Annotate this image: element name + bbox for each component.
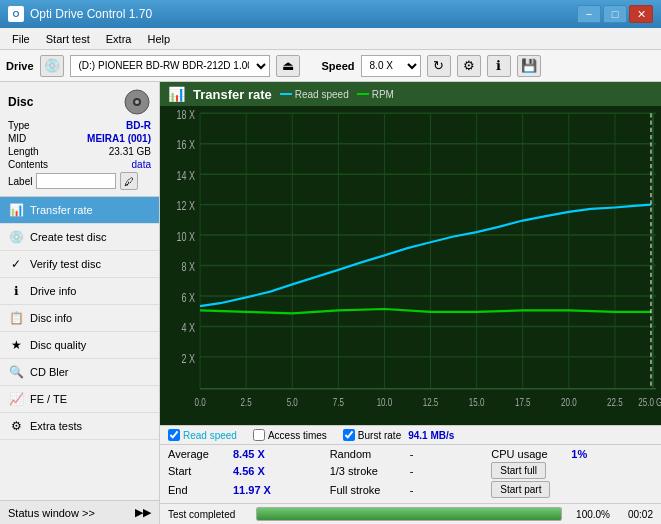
burst-rate-checkbox-label: Burst rate — [358, 430, 401, 441]
start-label: Start — [168, 465, 233, 477]
start-value: 4.56 X — [233, 465, 283, 477]
svg-text:14 X: 14 X — [177, 168, 196, 182]
access-times-checkbox-label: Access times — [268, 430, 327, 441]
nav-create-test-disc[interactable]: 💿 Create test disc — [0, 224, 159, 251]
average-label: Average — [168, 448, 233, 460]
drive-select[interactable]: (D:) PIONEER BD-RW BDR-212D 1.00 — [70, 55, 270, 77]
save-btn[interactable]: 💾 — [517, 55, 541, 77]
disc-label-key: Label — [8, 176, 32, 187]
stat-full-stroke: Full stroke - — [330, 481, 492, 498]
access-times-checkbox[interactable] — [253, 429, 265, 441]
disc-label-row: Label 🖊 — [8, 172, 151, 190]
nav-verify-test-disc-label: Verify test disc — [30, 258, 101, 270]
svg-point-2 — [135, 100, 139, 104]
status-window-label: Status window >> — [8, 507, 95, 519]
svg-text:6 X: 6 X — [182, 290, 196, 304]
progress-percent-label: 100.0% — [570, 509, 610, 520]
svg-text:4 X: 4 X — [182, 321, 196, 335]
start-full-button[interactable]: Start full — [491, 462, 546, 479]
menu-file[interactable]: File — [4, 31, 38, 47]
toolbar: Drive 💿 (D:) PIONEER BD-RW BDR-212D 1.00… — [0, 50, 661, 82]
minimize-button[interactable]: − — [577, 5, 601, 23]
nav-drive-info[interactable]: ℹ Drive info — [0, 278, 159, 305]
info-btn[interactable]: ℹ — [487, 55, 511, 77]
disc-mid-row: MID MEIRA1 (001) — [8, 133, 151, 144]
menubar: File Start test Extra Help — [0, 28, 661, 50]
nav-transfer-rate[interactable]: 📊 Transfer rate — [0, 197, 159, 224]
chart-title: Transfer rate — [193, 87, 272, 102]
nav-disc-info-label: Disc info — [30, 312, 72, 324]
menu-start-test[interactable]: Start test — [38, 31, 98, 47]
status-window-button[interactable]: Status window >> ▶▶ — [0, 500, 159, 524]
nav-disc-info[interactable]: 📋 Disc info — [0, 305, 159, 332]
legend-rpm: RPM — [357, 89, 394, 100]
disc-length-label: Length — [8, 146, 39, 157]
progress-bar-fill — [257, 508, 561, 520]
checkbox-read-speed: Read speed — [168, 429, 237, 441]
start-part-button[interactable]: Start part — [491, 481, 550, 498]
checkboxes-row: Read speed Access times Burst rate 94.1 … — [160, 426, 661, 445]
main: Disc Type BD-R MID MEIRA1 (001) Length — [0, 82, 661, 524]
disc-label-input[interactable] — [36, 173, 116, 189]
legend-read-speed-line — [280, 93, 292, 95]
nav-disc-quality[interactable]: ★ Disc quality — [0, 332, 159, 359]
nav-transfer-rate-label: Transfer rate — [30, 204, 93, 216]
read-speed-checkbox[interactable] — [168, 429, 180, 441]
close-button[interactable]: ✕ — [629, 5, 653, 23]
drive-label: Drive — [6, 60, 34, 72]
random-label: Random — [330, 448, 410, 460]
stat-average: Average 8.45 X — [168, 448, 330, 460]
disc-contents-value: data — [132, 159, 151, 170]
svg-text:10 X: 10 X — [177, 229, 196, 243]
nav-verify-test-disc[interactable]: ✓ Verify test disc — [0, 251, 159, 278]
legend-rpm-label: RPM — [372, 89, 394, 100]
svg-text:12 X: 12 X — [177, 199, 196, 213]
legend-read-speed: Read speed — [280, 89, 349, 100]
svg-text:2.5: 2.5 — [241, 396, 253, 409]
disc-length-row: Length 23.31 GB — [8, 146, 151, 157]
burst-rate-checkbox[interactable] — [343, 429, 355, 441]
nav-extra-tests[interactable]: ⚙ Extra tests — [0, 413, 159, 440]
stat-start-part-group: Start part — [491, 481, 653, 498]
extra-tests-icon: ⚙ — [8, 418, 24, 434]
stats-row-1: Average 8.45 X Random - CPU usage 1% — [168, 448, 653, 460]
disc-mid-value: MEIRA1 (001) — [87, 133, 151, 144]
nav-cd-bler[interactable]: 🔍 CD Bler — [0, 359, 159, 386]
progress-bar-container — [256, 507, 562, 521]
eject-btn[interactable]: ⏏ — [276, 55, 300, 77]
nav-disc-quality-label: Disc quality — [30, 339, 86, 351]
stats-section: Average 8.45 X Random - CPU usage 1% — [160, 445, 661, 503]
burst-rate-value: 94.1 MB/s — [408, 430, 454, 441]
svg-text:12.5: 12.5 — [423, 396, 439, 409]
svg-text:16 X: 16 X — [177, 138, 196, 152]
nav-fe-te[interactable]: 📈 FE / TE — [0, 386, 159, 413]
random-value: - — [410, 448, 440, 460]
end-label: End — [168, 484, 233, 496]
refresh-btn[interactable]: ↻ — [427, 55, 451, 77]
chart-area: 18 X 16 X 14 X 12 X 10 X 8 X 6 X 4 X 2 X… — [160, 106, 661, 425]
left-panel: Disc Type BD-R MID MEIRA1 (001) Length — [0, 82, 160, 524]
svg-text:15.0: 15.0 — [469, 396, 485, 409]
svg-text:2 X: 2 X — [182, 351, 196, 365]
average-value: 8.45 X — [233, 448, 283, 460]
stat-end: End 11.97 X — [168, 481, 330, 498]
disc-contents-row: Contents data — [8, 159, 151, 170]
full-stroke-label: Full stroke — [330, 484, 410, 496]
legend-rpm-line — [357, 93, 369, 95]
right-panel: 📊 Transfer rate Read speed RPM — [160, 82, 661, 524]
chart-bottom: Read speed Access times Burst rate 94.1 … — [160, 425, 661, 524]
settings-btn[interactable]: ⚙ — [457, 55, 481, 77]
drive-icon-btn[interactable]: 💿 — [40, 55, 64, 77]
maximize-button[interactable]: □ — [603, 5, 627, 23]
disc-type-row: Type BD-R — [8, 120, 151, 131]
fe-te-icon: 📈 — [8, 391, 24, 407]
speed-select[interactable]: 8.0 X — [361, 55, 421, 77]
menu-help[interactable]: Help — [139, 31, 178, 47]
disc-info-icon: 📋 — [8, 310, 24, 326]
progress-row: Test completed 100.0% 00:02 — [160, 503, 661, 524]
disc-header: Disc — [8, 88, 151, 116]
disc-contents-label: Contents — [8, 159, 48, 170]
disc-quality-icon: ★ — [8, 337, 24, 353]
menu-extra[interactable]: Extra — [98, 31, 140, 47]
disc-label-button[interactable]: 🖊 — [120, 172, 138, 190]
